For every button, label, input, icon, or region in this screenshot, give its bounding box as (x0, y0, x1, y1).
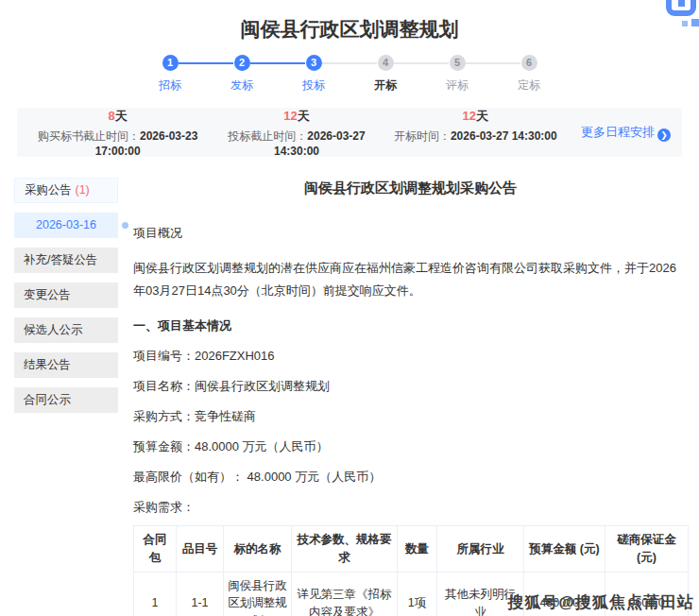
sidebar-item-label: 变更公告 (24, 288, 71, 301)
step-connector (250, 62, 305, 64)
site-logo-qr-icon (656, 0, 699, 36)
sidebar-item-label: 候选人公示 (24, 323, 83, 336)
stepper-step-开标: 4开标 (350, 55, 421, 94)
stepper-step-招标: 1招标 (134, 55, 206, 94)
sidebar-item-label: 合同公示 (24, 393, 71, 406)
table-cell: 闽侯县行政区划调整规划 (224, 572, 292, 616)
schedule-deadline-label: 开标时间： (394, 129, 451, 143)
announcement-sidebar: 采购公告 (1)2026-03-16补充/答疑公告变更公告候选人公示结果公告合同… (14, 178, 118, 616)
step-connector (322, 62, 377, 64)
more-schedule-link[interactable]: 更多日程安排❯ (565, 124, 671, 142)
stepper-step-投标: 3投标 (278, 55, 350, 94)
section1-heading: 一、项目基本情况 (133, 317, 688, 334)
schedule-days-number: 12 (463, 109, 476, 123)
table-header-cell: 标的名称 (224, 526, 292, 573)
table-header-cell: 所属行业 (437, 526, 524, 573)
step-number-badge: 6 (521, 55, 537, 71)
step-label: 开标 (350, 77, 421, 94)
sidebar-item-2026-03-16[interactable]: 2026-03-16 (14, 213, 118, 238)
schedule-deadline: 开标时间：2026-03-27 14:30:00 (386, 128, 565, 145)
sidebar-item-候选人公示[interactable]: 候选人公示 (14, 317, 118, 343)
sidebar-item-label: 补充/答疑公告 (24, 253, 97, 266)
table-cell: 1项 (398, 572, 437, 616)
step-connector (179, 62, 233, 64)
table-header-cell: 数量 (398, 526, 437, 573)
page-title: 闽侯县行政区划调整规划 (0, 0, 699, 43)
step-connector (466, 62, 520, 64)
step-label: 发标 (206, 77, 278, 94)
sidebar-item-结果公告[interactable]: 结果公告 (14, 352, 118, 378)
timeline-dot-icon (122, 222, 128, 229)
sidebar-item-count: (1) (75, 183, 89, 197)
project-field: 采购方式：竞争性磋商 (133, 408, 688, 425)
schedule-deadline: 投标截止时间：2026-03-27 14:30:00 (207, 128, 385, 158)
schedule-days-number: 12 (283, 109, 297, 123)
schedule-days-number: 8 (109, 109, 115, 123)
schedule-item: 12天投标截止时间：2026-03-27 14:30:00 (207, 108, 385, 158)
schedule-deadline-label: 投标截止时间： (228, 129, 307, 143)
table-header-cell: 合同包 (134, 526, 177, 573)
progress-stepper: 1招标2发标3投标4开标5评标6定标 (0, 55, 699, 94)
step-number-badge: 2 (234, 55, 250, 71)
step-number-badge: 5 (450, 55, 466, 71)
project-field: 最高限价（如有）： 48.0000 万元（人民币） (133, 469, 688, 486)
project-field: 预算金额：48.0000 万元（人民币） (133, 438, 688, 455)
sidebar-item-合同公示[interactable]: 合同公示 (14, 387, 118, 413)
schedule-deadline-value: 2026-03-27 14:30:00 (451, 129, 557, 143)
stepper-step-定标: 6定标 (493, 55, 565, 94)
chevron-right-icon: ❯ (657, 128, 671, 142)
stepper-step-评标: 5评标 (421, 55, 493, 94)
sidebar-item-label: 采购公告 (25, 183, 72, 197)
step-label: 招标 (134, 77, 206, 94)
sidebar-item-采购公告[interactable]: 采购公告 (1) (14, 178, 118, 203)
table-header-cell: 磋商保证金 (元) (605, 526, 689, 573)
step-connector (394, 62, 449, 64)
overview-text: 闽侯县行政区划调整规划的潜在供应商应在福州信豪工程造价咨询有限公司获取采购文件，… (133, 257, 688, 302)
step-number-badge: 3 (306, 55, 322, 71)
stepper-step-发标: 2发标 (206, 55, 278, 94)
schedule-days: 12天 (386, 108, 565, 125)
watermark-text: 搜狐号@搜狐焦点莆田站 (507, 591, 694, 613)
table-cell: 详见第三章《招标内容及要求》 (292, 572, 398, 616)
project-field: 项目名称：闽侯县行政区划调整规划 (133, 378, 688, 395)
project-field: 采购需求： (133, 499, 688, 516)
schedule-deadline-label: 购买标书截止时间： (38, 129, 140, 143)
schedule-item: 8天购买标书截止时间：2026-03-23 17:00:00 (28, 108, 207, 158)
project-fields: 项目编号：2026FZXH016项目名称：闽侯县行政区划调整规划采购方式：竞争性… (133, 348, 688, 516)
step-label: 定标 (493, 77, 565, 94)
table-header-row: 合同包品目号标的名称技术参数、规格要求数量所属行业预算金额 (元)磋商保证金 (… (134, 526, 689, 573)
schedule-days: 12天 (207, 108, 385, 125)
step-label: 评标 (421, 77, 493, 94)
overview-heading: 项目概况 (133, 222, 688, 245)
schedule-items: 8天购买标书截止时间：2026-03-23 17:00:0012天投标截止时间：… (28, 108, 565, 158)
table-header-cell: 预算金额 (元) (524, 526, 605, 573)
sidebar-item-补充/答疑公告[interactable]: 补充/答疑公告 (14, 248, 118, 273)
announcement-title: 闽侯县行政区划调整规划采购公告 (133, 180, 688, 197)
schedule-bar: 8天购买标书截止时间：2026-03-23 17:00:0012天投标截止时间：… (17, 108, 682, 157)
schedule-deadline: 购买标书截止时间：2026-03-23 17:00:00 (28, 128, 207, 158)
step-number-badge: 4 (378, 55, 394, 71)
table-cell: 1 (134, 572, 177, 616)
table-header-cell: 技术参数、规格要求 (292, 526, 398, 573)
table-header-cell: 品目号 (177, 526, 224, 573)
sidebar-item-label: 结果公告 (24, 358, 71, 371)
more-schedule-label: 更多日程安排 (581, 125, 655, 139)
step-number-badge: 1 (162, 55, 179, 71)
step-label: 投标 (278, 77, 350, 94)
project-field: 项目编号：2026FZXH016 (133, 348, 688, 365)
sidebar-item-label: 2026-03-16 (36, 218, 96, 231)
sidebar-item-变更公告[interactable]: 变更公告 (14, 282, 118, 308)
schedule-days: 8天 (28, 108, 207, 125)
table-cell: 1-1 (177, 572, 224, 616)
announcement-body: 闽侯县行政区划调整规划采购公告 项目概况 闽侯县行政区划调整规划的潜在供应商应在… (118, 178, 688, 616)
schedule-item: 12天开标时间：2026-03-27 14:30:00 (386, 108, 565, 158)
content-layout: 采购公告 (1)2026-03-16补充/答疑公告变更公告候选人公示结果公告合同… (0, 157, 699, 616)
